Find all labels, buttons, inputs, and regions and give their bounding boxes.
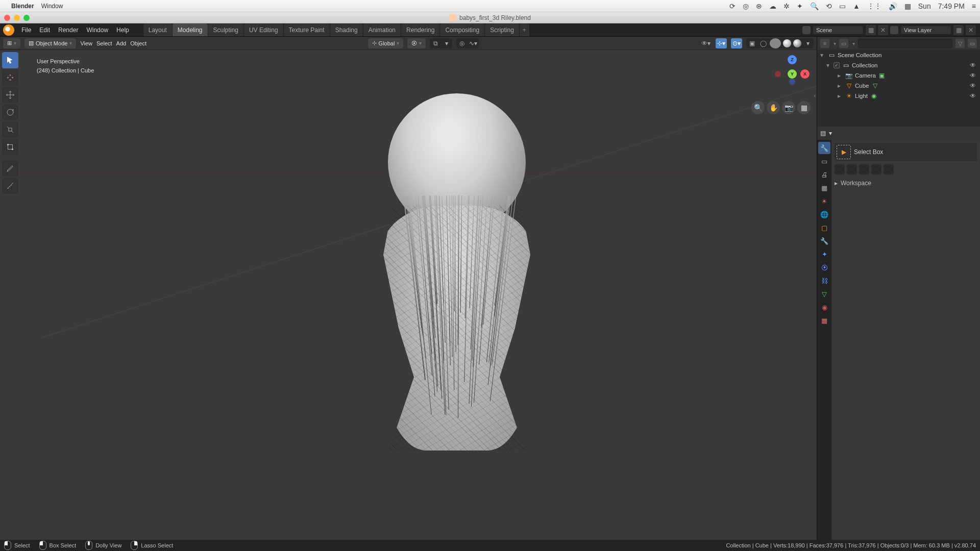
clock-day[interactable]: Sun <box>918 2 931 10</box>
remove-viewlayer-button[interactable]: ✕ <box>966 25 976 35</box>
tool-annotate[interactable] <box>2 160 18 177</box>
proportional-toggle[interactable]: ◎ <box>456 38 468 48</box>
status-icon[interactable]: ✲ <box>783 2 790 10</box>
mini-option[interactable] <box>871 164 881 174</box>
menu-help[interactable]: Help <box>112 23 133 36</box>
tab-modeling[interactable]: Modeling <box>173 23 208 36</box>
tab-compositing[interactable]: Compositing <box>440 23 484 36</box>
prop-tab-particle[interactable]: ✦ <box>818 248 830 260</box>
prop-tab-modifier[interactable]: 🔧 <box>818 235 830 247</box>
prop-tab-render[interactable]: ▭ <box>818 155 830 167</box>
mini-option[interactable] <box>859 164 869 174</box>
shading-dropdown[interactable]: ▾ <box>802 38 814 48</box>
pivot-dropdown[interactable]: ⦿▾ <box>407 38 426 48</box>
orientation-dropdown[interactable]: ⊹ Global ▾ <box>368 38 404 48</box>
gizmo-toggle[interactable]: ⊹▾ <box>716 38 727 48</box>
tab-layout[interactable]: Layout <box>143 23 172 36</box>
prop-tab-tool[interactable]: 🔧 <box>818 142 830 154</box>
zoom-button[interactable]: 🔍 <box>751 101 765 114</box>
outliner-item-camera[interactable]: Camera <box>855 72 876 79</box>
menu-file[interactable]: File <box>17 23 35 36</box>
prop-tab-object[interactable]: ▢ <box>818 221 830 234</box>
tab-shading[interactable]: Shading <box>330 23 363 36</box>
prop-tab-constraint[interactable]: ⛓ <box>818 274 830 287</box>
prop-tab-world[interactable]: 🌐 <box>818 208 830 220</box>
tool-select[interactable] <box>2 52 18 68</box>
add-tab-button[interactable]: + <box>520 23 529 36</box>
editor-type-dropdown[interactable]: ⊞▾ <box>3 38 20 48</box>
navigation-gizmo[interactable]: Z Y X <box>774 54 811 91</box>
proportional-dropdown[interactable]: ∿▾ <box>468 38 479 48</box>
status-icon[interactable]: ⟲ <box>826 2 832 10</box>
pan-button[interactable]: ✋ <box>767 101 780 114</box>
status-icon[interactable]: ⊛ <box>756 2 762 10</box>
tab-scripting[interactable]: Scripting <box>485 23 519 36</box>
perspective-toggle-button[interactable]: ▦ <box>797 101 811 114</box>
editor-type-outliner[interactable]: ≡ <box>820 39 829 48</box>
mini-option[interactable] <box>847 164 857 174</box>
browse-scene-button[interactable]: ▦ <box>866 25 876 35</box>
prop-tab-scene[interactable]: ☀ <box>818 195 830 207</box>
status-icon[interactable]: ⟳ <box>729 2 736 10</box>
editor-type-properties[interactable]: ▤ <box>820 130 826 137</box>
tab-rendering[interactable]: Rendering <box>401 23 439 36</box>
overlay-toggle[interactable]: ⊙▾ <box>731 38 742 48</box>
mini-option[interactable] <box>884 164 894 174</box>
sidebar-toggle[interactable]: ‹ <box>814 93 816 98</box>
workspace-section[interactable]: ▸ Workspace <box>835 180 977 187</box>
status-icon[interactable]: ☁ <box>769 2 776 10</box>
shading-wireframe[interactable]: ◯ <box>757 38 769 48</box>
vp-menu-view[interactable]: View <box>80 40 92 46</box>
axis-x[interactable]: X <box>800 69 810 79</box>
outliner-item-cube[interactable]: Cube <box>855 83 869 89</box>
vp-menu-object[interactable]: Object <box>130 40 146 46</box>
zoom-window-button[interactable] <box>23 15 30 21</box>
status-icon[interactable]: ◎ <box>743 2 749 10</box>
status-icon[interactable]: ▲ <box>853 2 860 10</box>
menu-window[interactable]: Window <box>82 23 112 36</box>
scene-icon[interactable] <box>802 26 811 34</box>
visibility-toggle[interactable]: 👁 <box>970 72 976 79</box>
prop-tab-mesh[interactable]: ▽ <box>818 288 830 300</box>
new-viewlayer-button[interactable]: ▦ <box>953 25 964 35</box>
status-icon[interactable]: ✦ <box>797 2 803 10</box>
minimize-window-button[interactable] <box>14 15 20 21</box>
mode-dropdown[interactable]: ▧ Object Mode ▾ <box>24 38 76 48</box>
visibility-toggle[interactable]: 👁 <box>970 82 976 89</box>
tool-measure[interactable] <box>2 178 18 194</box>
viewlayer-name-field[interactable] <box>900 26 951 35</box>
menu-render[interactable]: Render <box>54 23 82 36</box>
filter-button[interactable]: ▽ <box>955 39 965 48</box>
scene-collection-label[interactable]: Scene Collection <box>838 52 881 58</box>
tab-sculpting[interactable]: Sculpting <box>208 23 243 36</box>
shading-rendered[interactable] <box>793 39 801 47</box>
new-collection-button[interactable]: ▭ <box>968 39 977 48</box>
outliner[interactable]: ▾ ▭ Scene Collection ▾ ✓ ▭ Collection 👁 … <box>817 50 980 127</box>
status-icon[interactable]: ▦ <box>904 2 911 10</box>
prop-tab-texture[interactable]: ▦ <box>818 314 830 327</box>
tool-cursor[interactable] <box>2 69 18 86</box>
wifi-icon[interactable]: ⋮⋮ <box>867 2 881 10</box>
prop-tab-viewlayer[interactable]: ▦ <box>818 182 830 194</box>
collection-checkbox[interactable]: ✓ <box>834 62 840 68</box>
tool-scale[interactable] <box>2 121 18 138</box>
prop-tab-physics[interactable]: ⦿ <box>818 261 830 273</box>
prop-tab-output[interactable]: 🖨 <box>818 168 830 181</box>
tab-uv-editing[interactable]: UV Editing <box>244 23 283 36</box>
app-name[interactable]: Blender <box>11 3 34 10</box>
prop-tab-material[interactable]: ◉ <box>818 301 830 313</box>
notification-center-icon[interactable]: ≡ <box>972 2 976 10</box>
shading-material[interactable] <box>783 39 791 47</box>
collection-label[interactable]: Collection <box>852 62 878 68</box>
visibility-dropdown[interactable]: 👁▾ <box>700 38 712 48</box>
outliner-item-light[interactable]: Light <box>855 93 868 99</box>
viewlayer-icon[interactable] <box>890 26 898 34</box>
display-icon[interactable]: ▭ <box>839 2 846 10</box>
tool-move[interactable] <box>2 87 18 103</box>
tool-rotate[interactable] <box>2 104 18 120</box>
visibility-toggle[interactable]: 👁 <box>970 92 976 99</box>
vp-menu-add[interactable]: Add <box>116 40 127 46</box>
axis-neg-z[interactable] <box>789 79 795 85</box>
display-mode-dropdown[interactable]: ▭ <box>839 39 848 48</box>
axis-y[interactable]: Y <box>788 69 797 79</box>
